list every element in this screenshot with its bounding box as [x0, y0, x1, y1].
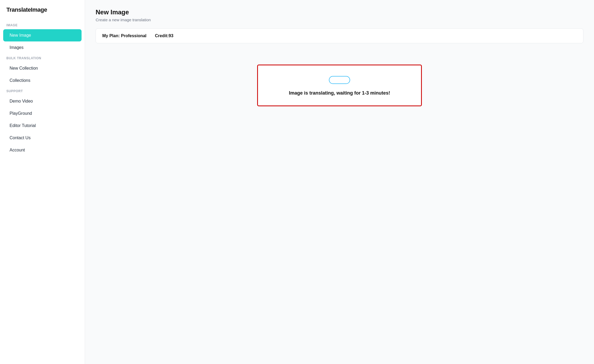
translation-status-message: Image is translating, waiting for 1-3 mi…: [289, 90, 390, 96]
sidebar-item-contact-us[interactable]: Contact Us: [3, 132, 82, 144]
sidebar: TranslateImage IMAGE New Image Images BU…: [0, 0, 85, 364]
sidebar-item-new-collection[interactable]: New Collection: [3, 62, 82, 74]
loading-indicator: [329, 76, 350, 84]
translation-status-box: Image is translating, waiting for 1-3 mi…: [257, 65, 422, 106]
sidebar-section-support: SUPPORT: [0, 87, 85, 95]
credit-label: Credit:93: [155, 33, 173, 38]
plan-bar: My Plan: Professional Credit:93: [96, 28, 583, 43]
sidebar-item-editor-tutorial[interactable]: Editor Tutorial: [3, 120, 82, 132]
page-title: New Image: [96, 9, 583, 16]
translation-status-container: Image is translating, waiting for 1-3 mi…: [96, 65, 583, 106]
sidebar-item-demo-video[interactable]: Demo Video: [3, 95, 82, 107]
sidebar-item-images[interactable]: Images: [3, 41, 82, 54]
app-logo: TranslateImage: [0, 6, 85, 21]
sidebar-section-image: IMAGE: [0, 21, 85, 29]
sidebar-item-account[interactable]: Account: [3, 144, 82, 156]
sidebar-section-bulk: BULK TRANSLATION: [0, 54, 85, 62]
sidebar-item-collections[interactable]: Collections: [3, 74, 82, 87]
sidebar-item-new-image[interactable]: New Image: [3, 29, 82, 41]
sidebar-item-playground[interactable]: PlayGround: [3, 107, 82, 120]
page-subtitle: Create a new image translation: [96, 18, 583, 22]
plan-label: My Plan: Professional: [102, 33, 146, 38]
main-content: New Image Create a new image translation…: [85, 0, 594, 364]
